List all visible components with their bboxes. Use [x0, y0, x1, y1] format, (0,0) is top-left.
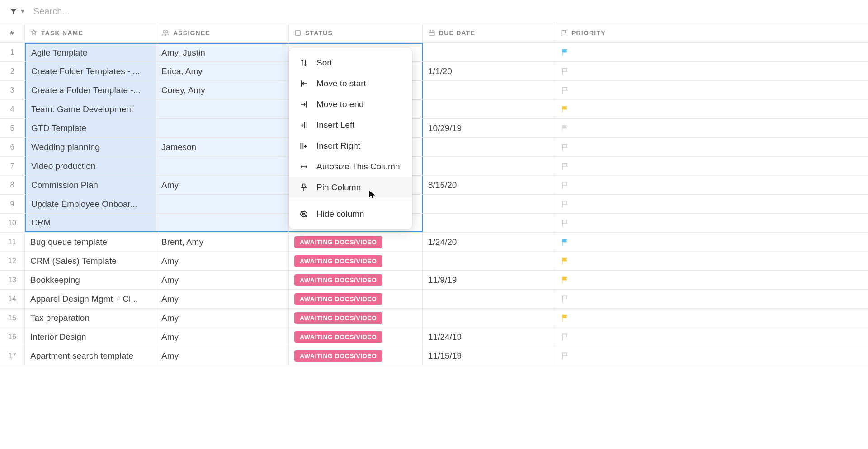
row-number[interactable]: 8: [0, 176, 25, 194]
filter-icon[interactable]: ▼: [9, 7, 25, 16]
cell-priority[interactable]: [555, 62, 685, 80]
cell-assignee[interactable]: Amy: [156, 327, 289, 346]
cell-task-name[interactable]: Team: Game Development: [25, 100, 156, 118]
cell-status[interactable]: AWAITING DOCS/VIDEO: [289, 271, 423, 289]
cell-assignee[interactable]: Amy: [156, 176, 289, 194]
cell-assignee[interactable]: Amy: [156, 271, 289, 289]
cell-task-name[interactable]: Agile Template: [25, 43, 156, 61]
row-number[interactable]: 13: [0, 271, 25, 289]
cell-priority[interactable]: [555, 309, 685, 327]
row-number[interactable]: 5: [0, 119, 25, 137]
cell-status[interactable]: AWAITING DOCS/VIDEO: [289, 346, 423, 365]
menu-hide-column[interactable]: Hide column: [289, 204, 412, 224]
cell-assignee[interactable]: [156, 119, 289, 137]
row-number[interactable]: 1: [0, 43, 25, 61]
cell-task-name[interactable]: Wedding planning: [25, 138, 156, 156]
cell-task-name[interactable]: Commission Plan: [25, 176, 156, 194]
priority-flag-icon[interactable]: [561, 47, 570, 57]
priority-flag-icon[interactable]: [561, 161, 570, 171]
cell-task-name[interactable]: Bug queue template: [25, 233, 156, 251]
table-row[interactable]: 2Create Folder Templates - ...Erica, Amy…: [0, 62, 868, 81]
table-row[interactable]: 6Wedding planningJameson: [0, 138, 868, 157]
cell-due-date[interactable]: [423, 252, 555, 270]
table-row[interactable]: 9Update Employee Onboar...: [0, 195, 868, 214]
menu-sort[interactable]: Sort: [289, 52, 412, 73]
priority-flag-icon[interactable]: [561, 85, 570, 95]
cell-priority[interactable]: [555, 100, 685, 118]
cell-due-date[interactable]: [423, 309, 555, 327]
cell-priority[interactable]: [555, 233, 685, 251]
row-number[interactable]: 16: [0, 327, 25, 346]
cell-task-name[interactable]: Update Employee Onboar...: [25, 195, 156, 213]
priority-flag-icon[interactable]: [561, 66, 570, 76]
table-row[interactable]: 7Video production: [0, 157, 868, 176]
cell-assignee[interactable]: [156, 157, 289, 175]
cell-due-date[interactable]: [423, 138, 555, 156]
cell-priority[interactable]: [555, 346, 685, 365]
cell-assignee[interactable]: [156, 195, 289, 213]
row-number[interactable]: 12: [0, 252, 25, 270]
cell-due-date[interactable]: [423, 81, 555, 99]
row-number[interactable]: 7: [0, 157, 25, 175]
cell-assignee[interactable]: Corey, Amy: [156, 81, 289, 99]
header-task-name[interactable]: TASK NAME: [25, 23, 156, 42]
priority-flag-icon[interactable]: [561, 294, 570, 304]
priority-flag-icon[interactable]: [561, 313, 570, 323]
table-row[interactable]: 17Apartment search templateAmyAWAITING D…: [0, 346, 868, 365]
cell-task-name[interactable]: Video production: [25, 157, 156, 175]
search-input[interactable]: [30, 4, 165, 19]
cell-status[interactable]: AWAITING DOCS/VIDEO: [289, 290, 423, 308]
table-row[interactable]: 5GTD Template10/29/19: [0, 119, 868, 138]
row-number[interactable]: 10: [0, 214, 25, 232]
priority-flag-icon[interactable]: [561, 123, 570, 133]
cell-priority[interactable]: [555, 252, 685, 270]
table-row[interactable]: 10CRM: [0, 214, 868, 233]
table-row[interactable]: 4Team: Game Development: [0, 100, 868, 119]
table-row[interactable]: 8Commission PlanAmy8/15/20: [0, 176, 868, 195]
cell-due-date[interactable]: 1/24/20: [423, 233, 555, 251]
cell-assignee[interactable]: Amy: [156, 346, 289, 365]
menu-autosize[interactable]: Autosize This Column: [289, 156, 412, 177]
row-number[interactable]: 3: [0, 81, 25, 99]
priority-flag-icon[interactable]: [561, 332, 570, 342]
cell-assignee[interactable]: [156, 214, 289, 232]
cell-due-date[interactable]: [423, 100, 555, 118]
priority-flag-icon[interactable]: [561, 237, 570, 247]
caret-down-icon[interactable]: ▼: [20, 8, 25, 14]
priority-flag-icon[interactable]: [561, 218, 570, 228]
row-number[interactable]: 15: [0, 309, 25, 327]
priority-flag-icon[interactable]: [561, 180, 570, 190]
cell-priority[interactable]: [555, 214, 685, 232]
cell-assignee[interactable]: Amy, Justin: [156, 43, 289, 61]
cell-task-name[interactable]: CRM: [25, 214, 156, 232]
header-status[interactable]: STATUS: [289, 23, 423, 42]
cell-status[interactable]: AWAITING DOCS/VIDEO: [289, 327, 423, 346]
cell-priority[interactable]: [555, 176, 685, 194]
cell-task-name[interactable]: Interior Design: [25, 327, 156, 346]
cell-task-name[interactable]: CRM (Sales) Template: [25, 252, 156, 270]
table-row[interactable]: 3Create a Folder Template -...Corey, Amy: [0, 81, 868, 100]
priority-flag-icon[interactable]: [561, 256, 570, 266]
table-row[interactable]: 11Bug queue templateBrent, AmyAWAITING D…: [0, 233, 868, 252]
table-row[interactable]: 1Agile TemplateAmy, Justin: [0, 43, 868, 62]
cell-task-name[interactable]: Create Folder Templates - ...: [25, 62, 156, 80]
cell-assignee[interactable]: [156, 100, 289, 118]
menu-insert-right[interactable]: Insert Right: [289, 136, 412, 156]
cell-priority[interactable]: [555, 157, 685, 175]
cell-assignee[interactable]: Jameson: [156, 138, 289, 156]
priority-flag-icon[interactable]: [561, 104, 570, 114]
cell-due-date[interactable]: 11/15/19: [423, 346, 555, 365]
cell-task-name[interactable]: GTD Template: [25, 119, 156, 137]
cell-due-date[interactable]: 8/15/20: [423, 176, 555, 194]
cell-task-name[interactable]: Bookkeeping: [25, 271, 156, 289]
cell-assignee[interactable]: Amy: [156, 252, 289, 270]
cell-assignee[interactable]: Amy: [156, 290, 289, 308]
cell-assignee[interactable]: Erica, Amy: [156, 62, 289, 80]
cell-priority[interactable]: [555, 81, 685, 99]
priority-flag-icon[interactable]: [561, 351, 570, 361]
cell-assignee[interactable]: Amy: [156, 309, 289, 327]
menu-insert-left[interactable]: Insert Left: [289, 115, 412, 136]
header-due-date[interactable]: DUE DATE: [423, 23, 555, 42]
cell-status[interactable]: AWAITING DOCS/VIDEO: [289, 309, 423, 327]
cell-task-name[interactable]: Tax preparation: [25, 309, 156, 327]
